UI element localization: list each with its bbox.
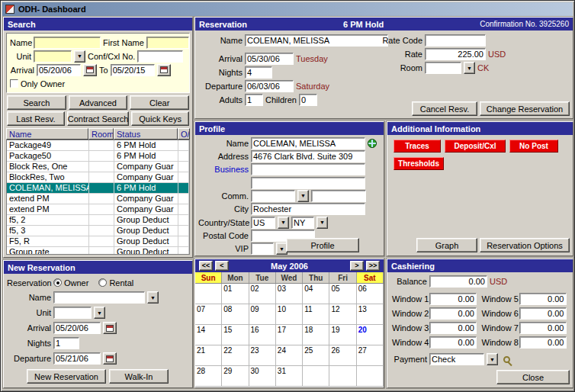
calendar-next-month-icon[interactable]: > [350,261,364,271]
calendar-day-05[interactable]: 05 [329,284,356,304]
change-reservation-button[interactable]: Change Reservation [480,101,570,116]
window-amount-input[interactable] [429,322,477,334]
calendar-icon[interactable] [103,352,117,365]
nr-name-input[interactable] [53,291,145,304]
address2-input[interactable] [251,177,365,189]
window-amount-input[interactable] [429,293,477,305]
res-arrival-input[interactable] [245,53,294,65]
calendar-day-18[interactable]: 18 [303,325,329,345]
res-adults-input[interactable] [245,94,263,106]
calendar-prev-year-icon[interactable]: << [199,261,213,271]
only-owner-checkbox[interactable] [10,79,18,88]
thresholds-badge[interactable]: Thresholds [394,157,444,170]
calendar-day-29[interactable]: 29 [222,366,249,387]
res-departure-input[interactable] [245,80,294,92]
calendar-next-year-icon[interactable]: >> [366,261,380,271]
search-result-row[interactable]: F5, RGroup Deduct [7,236,189,247]
calendar-day-01[interactable]: 01 [222,284,249,304]
column-status[interactable]: Status [114,128,178,140]
calendar-day-06[interactable]: 06 [357,284,384,304]
search-result-row[interactable]: f5, 3Group Deduct [7,226,189,236]
res-nights-input[interactable] [245,66,272,79]
calendar-day-13[interactable]: 13 [357,304,384,325]
calendar-day-04[interactable]: 04 [303,284,329,304]
search-payment-icon[interactable] [503,356,510,363]
calendar-day-16[interactable]: 16 [249,325,276,345]
advanced-button[interactable]: Advanced [69,95,128,110]
calendar-day-02[interactable]: 02 [249,284,276,304]
search-name-input[interactable] [34,37,101,49]
reservation-options-button[interactable]: Reservation Options [480,238,570,252]
calendar-day-08[interactable]: 08 [222,304,249,325]
search-result-row[interactable]: COLEMAN, MELISSA6 PM Hold [7,183,189,194]
calendar-day-31[interactable]: 31 [276,366,303,387]
comm-type-input[interactable] [251,190,295,202]
walk-in-button[interactable]: Walk-In [109,369,169,384]
search-result-row[interactable]: extend PMCompany Guar [7,204,189,215]
rate-input[interactable] [425,48,486,60]
calendar-day-09[interactable]: 09 [249,304,276,325]
calendar-day-15[interactable]: 15 [222,325,249,345]
search-button[interactable]: Search [7,95,66,110]
calendar-prev-month-icon[interactable]: < [215,261,229,271]
state-input[interactable] [291,217,314,229]
graph-button[interactable]: Graph [416,238,477,252]
country-input[interactable] [251,217,275,229]
state-dropdown-icon[interactable]: ▼ [316,217,328,229]
calendar-day-22[interactable]: 22 [222,345,249,366]
calendar-day-24[interactable]: 24 [276,345,303,366]
vip-input[interactable] [251,243,274,255]
nr-unit-dropdown-icon[interactable]: ▼ [94,307,105,319]
rate-code-input[interactable] [425,34,486,47]
calendar-icon[interactable] [103,322,117,334]
nr-arrival-input[interactable] [53,322,101,334]
search-result-row[interactable]: Package496 PM Hold [7,140,189,151]
city-input[interactable] [251,203,365,215]
window-amount-input[interactable] [429,336,477,349]
deposit-cxl-badge[interactable]: Deposit/Cxl [445,140,506,153]
res-children-input[interactable] [299,94,317,106]
nr-nights-input[interactable] [53,337,79,349]
calendar-day-23[interactable]: 23 [249,345,276,366]
calendar-day-03[interactable]: 03 [276,284,303,304]
column-name[interactable]: Name [6,128,88,140]
no-post-badge[interactable]: No Post [509,140,558,153]
last-resv-button[interactable]: Last Resv. [7,111,65,126]
window-amount-input[interactable] [429,307,477,320]
column-room[interactable]: Room [88,128,114,140]
business-label[interactable]: Business [198,165,249,174]
search-unit-input[interactable] [34,50,72,63]
traces-badge[interactable]: Traces [394,140,441,153]
close-button[interactable]: Close [496,370,570,384]
comm-value-input[interactable] [311,190,366,202]
nr-departure-input[interactable] [53,352,101,365]
window-amount-input[interactable] [519,293,567,305]
search-result-row[interactable]: BlockRes, TwoCompany Guar [7,172,189,183]
owner-radio[interactable] [53,278,62,287]
contract-search-button[interactable]: Contract Search [67,111,129,126]
calendar-day-19[interactable]: 19 [329,325,356,345]
column-oa[interactable]: O/A [178,128,190,140]
globe-icon[interactable] [368,139,377,148]
profile-name-input[interactable] [251,137,365,149]
calendar-day-20[interactable]: 20 [357,325,384,345]
room-dropdown-icon[interactable]: ▼ [464,62,475,74]
calendar-day-07[interactable]: 07 [195,304,222,325]
profile-button[interactable]: Profile [286,238,359,252]
search-result-row[interactable]: Package506 PM Hold [7,151,189,162]
calendar-day-10[interactable]: 10 [276,304,303,325]
balance-input[interactable] [429,275,487,288]
calendar-day-30[interactable]: 30 [249,366,276,387]
nr-name-dropdown-icon[interactable]: ▼ [147,291,159,304]
room-input[interactable] [425,62,461,74]
new-reservation-button[interactable]: New Reservation [27,369,106,384]
nr-unit-input[interactable] [53,307,92,319]
calendar-icon[interactable] [157,64,171,76]
window-amount-input[interactable] [519,322,567,334]
search-arrival-input[interactable] [37,64,81,76]
calendar-day-25[interactable]: 25 [303,345,329,366]
window-amount-input[interactable] [519,307,567,320]
res-name-input[interactable] [245,34,388,47]
calendar-day-11[interactable]: 11 [303,304,329,325]
calendar-day-17[interactable]: 17 [276,325,303,345]
